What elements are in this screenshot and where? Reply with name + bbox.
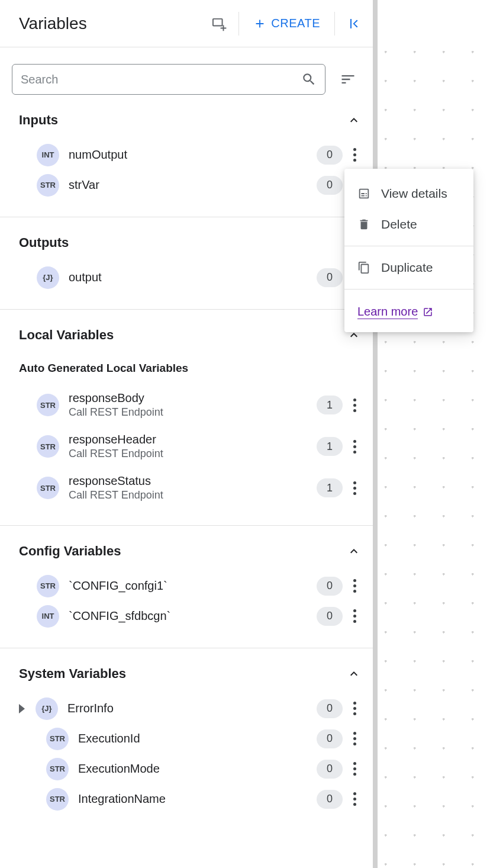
menu-label: View details (381, 187, 447, 201)
type-str-icon: STR (37, 394, 59, 416)
expand-tree-icon[interactable] (19, 704, 25, 713)
var-name: `CONFIG_sfdbcgn` (69, 609, 317, 623)
menu-divider (344, 289, 473, 290)
usage-count: 1 (317, 437, 343, 456)
collapse-panel-button[interactable] (335, 17, 373, 31)
usage-count: 0 (317, 699, 343, 718)
var-name: responseHeader (69, 433, 317, 446)
add-box-button[interactable] (207, 11, 238, 36)
type-int-icon: INT (37, 605, 59, 628)
chevron-up-icon (347, 667, 361, 681)
kebab-menu-button[interactable] (349, 697, 361, 720)
var-name: numOutput (69, 148, 317, 162)
add-box-icon (211, 16, 227, 31)
create-label: CREATE (271, 17, 320, 30)
usage-count: 0 (317, 146, 343, 165)
section-config: Config Variables STR `CONFIG_confgi1` 0 … (0, 526, 373, 648)
var-responsebody[interactable]: STR responseBody Call REST Endpoint 1 (19, 384, 361, 426)
var-name: ExecutionId (78, 732, 317, 745)
search-icon (301, 72, 317, 87)
var-name: IntegrationName (78, 792, 317, 806)
section-local-header[interactable]: Local Variables (19, 310, 361, 355)
kebab-menu-button[interactable] (349, 574, 361, 597)
section-config-header[interactable]: Config Variables (19, 526, 361, 571)
kebab-menu-button[interactable] (349, 477, 361, 500)
menu-label: Duplicate (381, 261, 433, 275)
trash-icon (357, 218, 370, 231)
var-numoutput[interactable]: INT numOutput 0 (19, 140, 361, 170)
kebab-menu-button[interactable] (349, 435, 361, 458)
type-str-icon: STR (37, 435, 59, 458)
var-name: ExecutionMode (78, 762, 317, 776)
search-row (0, 47, 373, 107)
chevron-up-icon (347, 113, 361, 127)
var-executionid[interactable]: STR ExecutionId 0 (19, 724, 361, 754)
menu-view-details[interactable]: View details (344, 178, 473, 209)
section-inputs-header[interactable]: Inputs (19, 107, 361, 140)
section-outputs-header[interactable]: Outputs (19, 217, 361, 262)
var-integrationname[interactable]: STR IntegrationName 0 (19, 784, 361, 814)
kebab-menu-button[interactable] (349, 143, 361, 166)
type-str-icon: STR (37, 174, 59, 197)
usage-count: 0 (317, 268, 343, 287)
chevron-up-icon (347, 544, 361, 558)
type-int-icon: INT (37, 144, 59, 166)
var-output[interactable]: {J} output 0 (19, 262, 361, 292)
create-button[interactable]: CREATE (239, 17, 334, 30)
sort-icon (340, 71, 356, 88)
usage-count: 1 (317, 478, 343, 497)
type-str-icon: STR (46, 758, 69, 780)
variables-panel: Variables CREATE Inputs (0, 0, 378, 868)
plus-icon (253, 17, 266, 30)
usage-count: 0 (317, 577, 343, 596)
kebab-menu-button[interactable] (349, 605, 361, 628)
section-outputs-title: Outputs (19, 235, 69, 250)
type-str-icon: STR (46, 788, 69, 811)
usage-count: 0 (317, 760, 343, 779)
var-subtitle: Call REST Endpoint (69, 448, 317, 460)
learn-more-link[interactable]: Learn more (357, 305, 418, 319)
usage-count: 0 (317, 790, 343, 809)
kebab-menu-button[interactable] (349, 394, 361, 417)
section-inputs: Inputs INT numOutput 0 STR strVar 0 (0, 107, 373, 217)
kebab-menu-button[interactable] (349, 727, 361, 750)
var-config1[interactable]: STR `CONFIG_confgi1` 0 (19, 571, 361, 601)
search-input[interactable] (21, 73, 301, 86)
var-name: output (69, 271, 317, 284)
kebab-menu-button[interactable] (349, 757, 361, 780)
var-errorinfo[interactable]: {J} ErrorInfo 0 (19, 693, 361, 724)
menu-divider (344, 246, 473, 246)
var-name: ErrorInfo (67, 702, 317, 715)
var-strvar[interactable]: STR strVar 0 (19, 170, 361, 200)
var-config2[interactable]: INT `CONFIG_sfdbcgn` 0 (19, 601, 361, 631)
section-inputs-title: Inputs (19, 112, 58, 128)
section-system-header[interactable]: System Variables (19, 648, 361, 693)
section-system-title: System Variables (19, 666, 126, 681)
search-box[interactable] (12, 64, 325, 95)
kebab-menu-button[interactable] (349, 787, 361, 811)
section-local: Local Variables Auto Generated Local Var… (0, 310, 373, 526)
menu-delete[interactable]: Delete (344, 209, 473, 240)
var-responseheader[interactable]: STR responseHeader Call REST Endpoint 1 (19, 426, 361, 467)
section-outputs: Outputs {J} output 0 (0, 217, 373, 310)
var-name: responseStatus (69, 474, 317, 488)
type-str-icon: STR (37, 575, 59, 597)
usage-count: 0 (317, 176, 343, 195)
usage-count: 0 (317, 729, 343, 748)
panel-header: Variables CREATE (0, 0, 373, 47)
var-name: `CONFIG_confgi1` (69, 579, 317, 593)
view-details-icon (357, 187, 370, 200)
var-responsestatus[interactable]: STR responseStatus Call REST Endpoint 1 (19, 467, 361, 509)
var-name: responseBody (69, 391, 317, 405)
section-system: System Variables {J} ErrorInfo 0 STR Exe… (0, 648, 373, 831)
var-executionmode[interactable]: STR ExecutionMode 0 (19, 754, 361, 784)
type-str-icon: STR (46, 728, 69, 750)
var-subtitle: Call REST Endpoint (69, 489, 317, 501)
external-link-icon (423, 307, 433, 317)
menu-learn-more[interactable]: Learn more (344, 295, 473, 323)
var-subtitle: Call REST Endpoint (69, 406, 317, 419)
panel-title: Variables (19, 14, 87, 33)
sort-button[interactable] (335, 66, 361, 92)
menu-duplicate[interactable]: Duplicate (344, 252, 473, 283)
type-json-icon: {J} (36, 697, 58, 720)
